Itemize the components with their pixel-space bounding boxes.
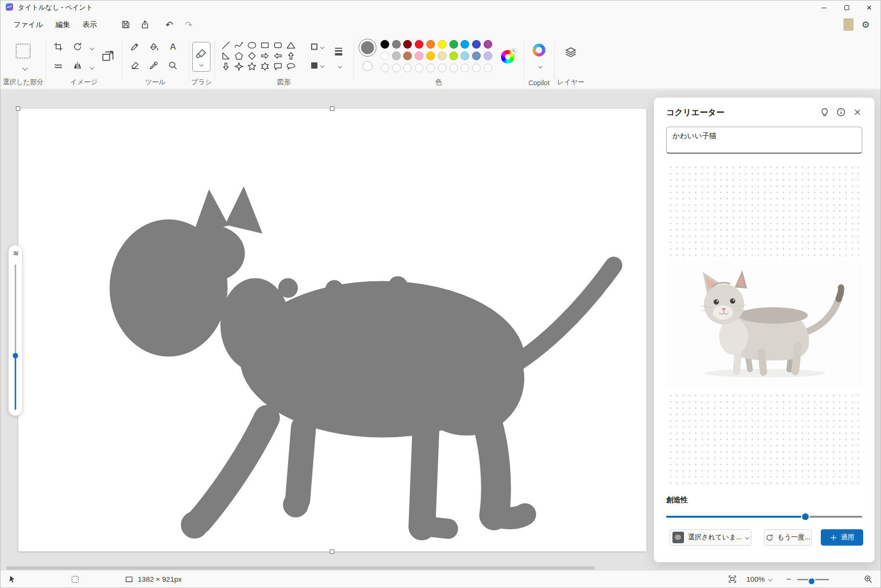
account-avatar[interactable] [843, 18, 854, 31]
zoom-slider[interactable] [797, 576, 829, 582]
rotate-button[interactable] [69, 39, 86, 55]
zoom-in-magnifier-icon[interactable] [864, 575, 873, 584]
undo-button[interactable]: ↶ [161, 16, 177, 33]
fit-to-screen-icon[interactable] [728, 575, 737, 584]
maximize-button[interactable] [835, 0, 858, 15]
shape-outline-dropdown[interactable] [311, 44, 324, 50]
zoom-level-dropdown[interactable]: 100% [747, 575, 772, 583]
info-button[interactable] [834, 105, 848, 119]
save-button[interactable] [118, 16, 134, 33]
text-tool-button[interactable]: A [164, 39, 182, 55]
magnifier-tool-button[interactable] [164, 57, 182, 74]
shape-fill-dropdown[interactable] [311, 63, 324, 69]
eraser-tool-button[interactable] [126, 57, 144, 74]
selection-tool-button[interactable] [16, 44, 30, 58]
shape-oval[interactable] [246, 40, 258, 51]
canvas-resize-handle-bottom-center[interactable] [330, 549, 334, 554]
palette-empty-slot[interactable] [415, 64, 423, 72]
rotate-chevron-icon[interactable] [90, 46, 94, 50]
copilot-button[interactable] [533, 44, 546, 57]
selection-dropdown-chevron-icon[interactable] [22, 65, 27, 70]
palette-empty-slot[interactable] [449, 64, 458, 72]
palette-color[interactable] [392, 40, 401, 49]
close-button[interactable]: × [858, 0, 881, 15]
palette-color[interactable] [415, 52, 423, 60]
palette-color[interactable] [426, 52, 435, 60]
primary-color-button[interactable] [359, 39, 377, 57]
apply-button[interactable]: 適用 [821, 529, 863, 546]
copilot-chevron-icon[interactable] [539, 65, 542, 68]
shape-arrow-down[interactable] [220, 62, 232, 72]
palette-color[interactable] [460, 40, 469, 49]
ai-select-button[interactable] [50, 58, 67, 74]
palette-color[interactable] [403, 52, 412, 60]
palette-color[interactable] [484, 52, 492, 60]
size-slider-track[interactable] [15, 264, 16, 356]
shape-rounded-rectangle[interactable] [272, 40, 284, 51]
share-button[interactable] [137, 16, 153, 33]
brush-dropdown-chevron-icon[interactable] [199, 62, 203, 66]
brush-size-slider[interactable]: ≋ [8, 245, 23, 416]
shape-arrow-up[interactable] [285, 51, 297, 61]
palette-color[interactable] [449, 40, 458, 49]
canvas-resize-handle-top-left[interactable] [16, 106, 20, 111]
palette-color[interactable] [415, 40, 423, 49]
tips-button[interactable] [817, 105, 832, 119]
palette-color[interactable] [438, 40, 447, 49]
palette-empty-slot[interactable] [381, 64, 389, 72]
palette-color[interactable] [472, 52, 481, 60]
shape-star-six[interactable] [259, 62, 271, 72]
drawing-canvas[interactable] [18, 109, 646, 551]
palette-empty-slot[interactable] [484, 64, 492, 72]
palette-color[interactable] [381, 52, 389, 60]
fill-tool-button[interactable] [145, 39, 162, 55]
horizontal-scrollbar[interactable] [6, 566, 595, 570]
menu-edit[interactable]: 編集 [49, 17, 76, 32]
palette-empty-slot[interactable] [403, 64, 412, 72]
generated-image[interactable] [666, 260, 862, 389]
resize-image-button[interactable] [97, 42, 119, 69]
zoom-slider-thumb[interactable] [809, 578, 815, 584]
palette-color[interactable] [381, 40, 389, 49]
shape-right-triangle[interactable] [220, 51, 232, 61]
eyedropper-tool-button[interactable] [145, 57, 162, 74]
size-slider-thumb[interactable] [13, 353, 18, 358]
settings-button[interactable]: ⚙ [857, 16, 874, 33]
pencil-tool-button[interactable] [126, 39, 144, 55]
shape-arrow-right[interactable] [259, 51, 271, 61]
palette-color[interactable] [460, 52, 469, 60]
palette-empty-slot[interactable] [426, 64, 435, 72]
palette-color[interactable] [484, 40, 492, 49]
palette-color[interactable] [472, 40, 481, 49]
shape-diamond[interactable] [246, 51, 258, 61]
palette-empty-slot[interactable] [438, 64, 447, 72]
regenerate-button[interactable]: もう一度... [764, 529, 812, 546]
prompt-input[interactable]: かわいい子猫 [666, 127, 862, 154]
shape-speech-bubble[interactable] [272, 62, 284, 72]
stroke-width-dropdown[interactable] [335, 48, 342, 55]
creativity-slider[interactable] [666, 513, 862, 520]
shape-star-four[interactable] [233, 62, 245, 72]
minimize-button[interactable] [813, 0, 835, 15]
shape-arrow-left[interactable] [272, 51, 284, 61]
shape-star-five[interactable] [246, 62, 258, 72]
palette-color[interactable] [403, 40, 412, 49]
color-wheel-button[interactable]: ✎ [501, 50, 514, 64]
selection-scope-dropdown[interactable]: 選択されていま... [670, 529, 751, 546]
crop-button[interactable] [50, 39, 67, 55]
flip-chevron-icon[interactable] [90, 65, 94, 69]
palette-color[interactable] [426, 40, 435, 49]
shape-rectangle[interactable] [259, 40, 271, 51]
shape-curve[interactable] [233, 40, 245, 51]
close-panel-button[interactable] [850, 105, 865, 119]
palette-color[interactable] [449, 52, 458, 60]
creativity-slider-thumb[interactable] [802, 513, 809, 520]
secondary-color-button[interactable] [363, 61, 373, 71]
shape-line[interactable] [220, 40, 232, 51]
shape-speech-bubble-round[interactable] [285, 62, 297, 72]
shape-pentagon[interactable] [233, 51, 245, 61]
stroke-width-chevron-icon[interactable] [338, 65, 342, 68]
brush-tool-button[interactable] [192, 42, 210, 72]
flip-button[interactable] [69, 58, 86, 74]
shape-triangle[interactable] [285, 40, 297, 51]
